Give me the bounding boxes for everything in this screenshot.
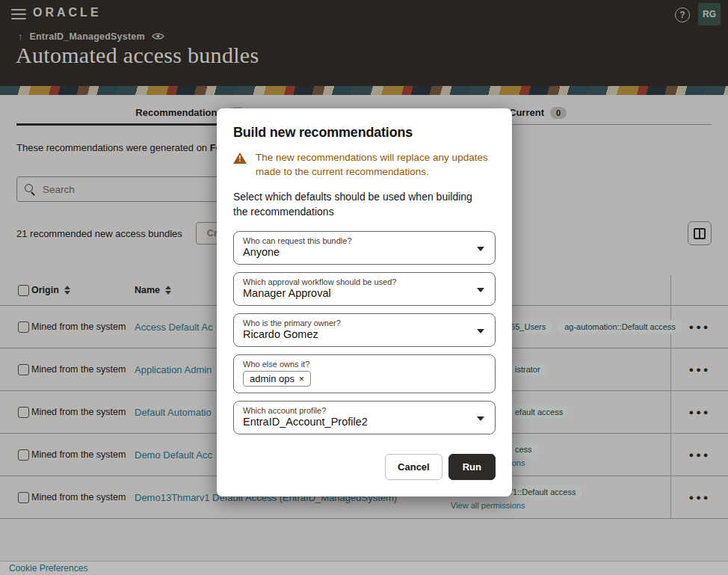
field-label: Who is the primary owner? bbox=[243, 319, 472, 328]
field-value: Anyone bbox=[243, 246, 472, 258]
field-value: Ricardo Gomez bbox=[243, 328, 472, 340]
build-recommendations-dialog: Build new recommendations ! The new reco… bbox=[217, 108, 512, 496]
run-button[interactable]: Run bbox=[448, 454, 496, 480]
field-value: EntraID_Account_Profile2 bbox=[243, 416, 472, 428]
request-bundle-select[interactable]: Who can request this bundle? Anyone bbox=[233, 231, 496, 265]
field-value: Manager Approval bbox=[243, 287, 472, 299]
chevron-down-icon bbox=[477, 416, 484, 421]
approval-workflow-select[interactable]: Which approval workflow should be used? … bbox=[233, 272, 496, 306]
owner-chip-label: admin ops bbox=[250, 373, 294, 384]
dialog-description: Select which defaults should be used whe… bbox=[233, 189, 475, 220]
field-label: Who can request this bundle? bbox=[243, 236, 472, 245]
warning-text: The new recommendations will replace any… bbox=[256, 151, 496, 179]
warning-message: ! The new recommendations will replace a… bbox=[233, 151, 496, 179]
dialog-title: Build new recommendations bbox=[233, 125, 496, 141]
warning-icon: ! bbox=[233, 152, 247, 164]
owner-chip: admin ops× bbox=[243, 371, 311, 387]
page: ORACLE ? RG ↑ EntraID_ManagedSystem Auto… bbox=[0, 0, 728, 575]
other-owners-field[interactable]: Who else owns it? admin ops× bbox=[233, 354, 496, 393]
dialog-fields: Who can request this bundle? Anyone Whic… bbox=[233, 231, 496, 434]
dialog-buttons: Cancel Run bbox=[233, 454, 496, 480]
primary-owner-select[interactable]: Who is the primary owner? Ricardo Gomez bbox=[233, 313, 496, 347]
field-label: Which approval workflow should be used? bbox=[243, 277, 472, 286]
chip-remove-icon[interactable]: × bbox=[299, 374, 304, 384]
chevron-down-icon bbox=[477, 329, 484, 333]
field-label: Which account profile? bbox=[243, 406, 472, 415]
cancel-button[interactable]: Cancel bbox=[385, 454, 442, 480]
chevron-down-icon bbox=[477, 288, 484, 292]
field-label: Who else owns it? bbox=[243, 360, 472, 369]
account-profile-select[interactable]: Which account profile? EntraID_Account_P… bbox=[233, 401, 496, 434]
chevron-down-icon bbox=[477, 247, 484, 251]
